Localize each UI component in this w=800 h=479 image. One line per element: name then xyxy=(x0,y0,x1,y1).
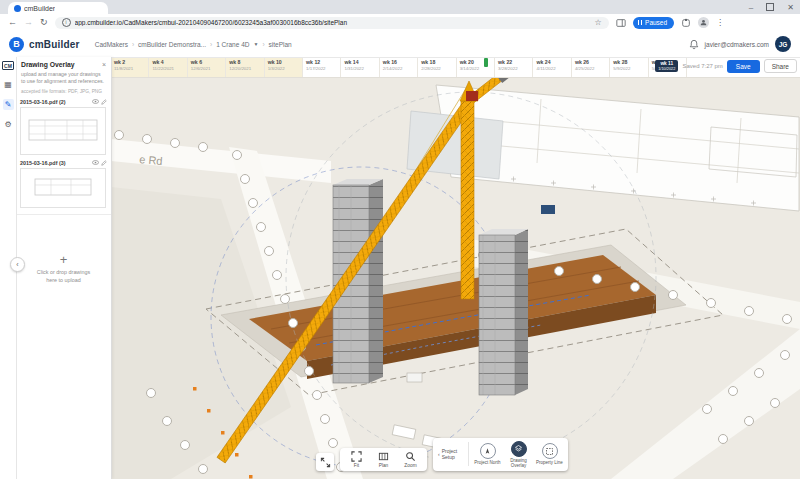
side-panel-icon[interactable] xyxy=(616,18,626,28)
tree-icon xyxy=(755,369,764,378)
traffic-marker-icon xyxy=(221,431,225,435)
back-icon[interactable]: ← xyxy=(8,18,17,27)
plan-map-icon xyxy=(378,451,389,462)
week-label: wk 14 xyxy=(344,59,378,65)
timeline-week-cell[interactable]: wk 612/6/2021 xyxy=(188,57,226,77)
timeline-week-cell[interactable]: wk 141/31/2022 xyxy=(341,57,379,77)
cmbuilder-logo-icon[interactable]: B xyxy=(9,37,24,52)
visibility-eye-icon[interactable] xyxy=(92,99,99,104)
tree-icon xyxy=(281,295,290,304)
tree-icon xyxy=(771,399,780,408)
pause-icon xyxy=(638,20,643,25)
tree-icon xyxy=(321,415,330,424)
save-button[interactable]: Save xyxy=(727,60,760,73)
viewport-toolbar: Fit Plan Zoom ‹ Project Setup xyxy=(316,438,568,471)
forward-icon[interactable]: → xyxy=(24,18,33,27)
drawing-thumbnail[interactable] xyxy=(20,107,106,155)
tree-icon xyxy=(241,175,250,184)
week-date: 2/14/2022 xyxy=(383,66,417,71)
favicon xyxy=(14,5,21,12)
bookmark-star-icon[interactable]: ☆ xyxy=(594,18,601,27)
project-setup-card: ‹ Project Setup Project North Drawing Ov… xyxy=(433,438,568,471)
week-label: wk 26 xyxy=(575,59,609,65)
chevron-down-icon[interactable]: ▼ xyxy=(253,41,258,47)
apps-grid-icon[interactable]: ▦ xyxy=(3,79,14,90)
tree-icon xyxy=(313,391,322,400)
maximize-button[interactable] xyxy=(766,3,774,11)
timeline-week-cell[interactable]: wk 121/17/2022 xyxy=(303,57,341,77)
drawing-thumbnail[interactable] xyxy=(20,168,106,208)
tree-icon xyxy=(257,223,266,232)
drawing-overlay-button[interactable]: Drawing Overlay xyxy=(503,440,534,469)
settings-gear-icon[interactable]: ⚙ xyxy=(3,119,14,130)
tree-icon xyxy=(707,299,716,308)
timeline-week-cell[interactable]: wk 203/14/2022 xyxy=(457,57,495,77)
week-label: wk 20 xyxy=(460,59,494,65)
timeline-week-cell[interactable]: wk 101/3/2022 xyxy=(265,57,303,77)
project-setup-label[interactable]: ‹ Project Setup xyxy=(436,448,465,460)
timeline-week-cell[interactable]: wk 211/8/2021 xyxy=(111,57,149,77)
close-window-button[interactable]: ✕ xyxy=(787,3,794,12)
timeline-week-cell[interactable]: wk 264/25/2022 xyxy=(572,57,610,77)
site-info-icon[interactable]: i xyxy=(62,18,71,27)
panel-collapse-handle[interactable]: ‹ xyxy=(10,257,25,272)
plan-button[interactable]: Plan xyxy=(370,450,397,469)
tree-icon xyxy=(783,315,792,324)
timeline-week-cell[interactable]: wk 223/28/2022 xyxy=(495,57,533,77)
timeline-week-cell[interactable]: wk 411/22/2021 xyxy=(149,57,187,77)
timeline-week-cell[interactable]: wk 244/11/2022 xyxy=(533,57,571,77)
sync-paused-pill[interactable]: Paused xyxy=(633,17,675,29)
week-label: wk 22 xyxy=(498,59,532,65)
timeline-green-marker[interactable] xyxy=(484,58,488,67)
timeline-week-cell[interactable]: wk 182/28/2022 xyxy=(418,57,456,77)
app-logo-text[interactable]: cmBuilder xyxy=(29,39,80,50)
notifications-bell-icon[interactable] xyxy=(689,39,699,50)
panel-title: Drawing Overlay xyxy=(21,61,75,68)
breadcrumb-page[interactable]: sitePlan xyxy=(269,41,292,48)
collapse-toolbar-button[interactable] xyxy=(316,453,334,471)
minimize-button[interactable]: – xyxy=(749,3,753,12)
edit-pencil-icon[interactable] xyxy=(101,160,107,166)
visibility-eye-icon[interactable] xyxy=(92,160,99,165)
user-email: javier@cdmakers.com xyxy=(705,41,769,48)
week-label: wk 28 xyxy=(613,59,647,65)
user-avatar[interactable]: JG xyxy=(775,36,791,52)
breadcrumb: CadMakers › cmBuilder Demonstra... › 1 C… xyxy=(95,41,292,48)
timeline-week-cell[interactable]: wk 812/20/2021 xyxy=(226,57,264,77)
timeline-week-cell[interactable]: wk 162/14/2022 xyxy=(380,57,418,77)
tree-icon xyxy=(631,283,640,292)
week-date: 3/14/2022 xyxy=(460,66,494,71)
fit-button[interactable]: Fit xyxy=(343,450,370,469)
cm-badge: CM xyxy=(2,61,14,70)
extensions-icon[interactable] xyxy=(681,18,691,28)
breadcrumb-org[interactable]: CadMakers xyxy=(95,41,128,48)
tree-icon xyxy=(143,135,152,144)
drawing-file-item[interactable]: 2015-03-16.pdf (2) xyxy=(16,97,111,158)
tree-icon xyxy=(115,131,124,140)
site-plan-canvas[interactable]: e Rd xyxy=(111,77,800,479)
drawing-file-item[interactable]: 2015-03-16.pdf (3) xyxy=(16,158,111,211)
breadcrumb-scenario[interactable]: 1 Crane 4D xyxy=(216,41,249,48)
tower-right[interactable] xyxy=(479,229,528,395)
week-label: wk 16 xyxy=(383,59,417,65)
reload-icon[interactable]: ↻ xyxy=(40,18,48,27)
current-week-chip[interactable]: wk 11 1/10/2022 xyxy=(655,60,678,72)
week-date: 4/25/2022 xyxy=(575,66,609,71)
file-name: 2015-03-16.pdf (2) xyxy=(20,99,66,105)
share-button[interactable]: Share xyxy=(764,59,797,73)
browser-profile-avatar[interactable] xyxy=(698,17,709,28)
upload-dropzone[interactable]: + Click or drop drawings here to upload xyxy=(16,215,111,323)
project-north-button[interactable]: Project North xyxy=(472,442,503,466)
breadcrumb-project[interactable]: cmBuilder Demonstra... xyxy=(138,41,206,48)
timeline-week-cell[interactable]: wk 285/9/2022 xyxy=(610,57,648,77)
dashed-boundary-icon xyxy=(542,443,558,459)
plus-icon: + xyxy=(60,253,68,266)
close-panel-icon[interactable]: × xyxy=(102,61,106,68)
edit-pencil-icon[interactable] xyxy=(101,99,107,105)
property-line-button[interactable]: Property Line xyxy=(534,442,565,466)
zoom-button[interactable]: Zoom xyxy=(397,450,424,469)
browser-tab[interactable]: cmBuilder xyxy=(8,2,108,14)
url-bar[interactable]: i app.cmbuilder.io/CadMakers/cmbui-20210… xyxy=(55,17,609,29)
browser-menu-icon[interactable]: ⋮ xyxy=(716,18,724,27)
drawing-overlay-tool-icon[interactable]: ✎ xyxy=(3,99,14,110)
